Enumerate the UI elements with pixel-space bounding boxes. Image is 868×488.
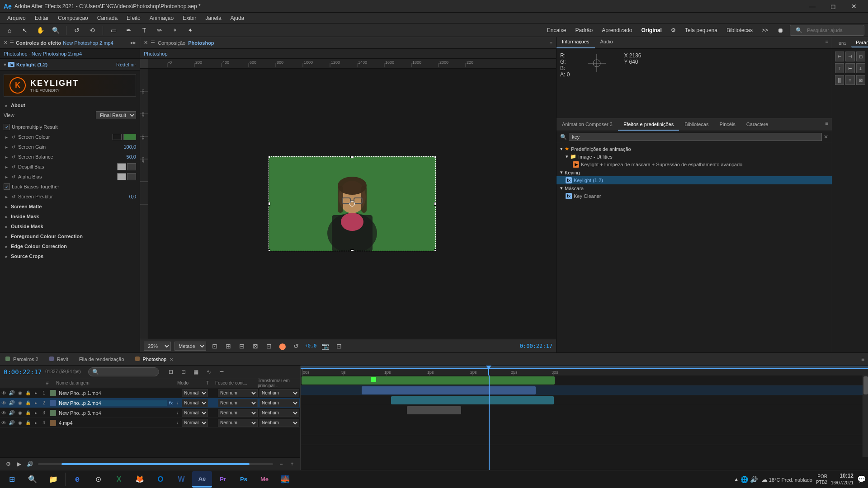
menu-arquivo[interactable]: Arquivo [4, 14, 29, 22]
screen-gain-expand[interactable]: ▸ [4, 144, 9, 150]
select-tool[interactable]: ↖ [19, 24, 31, 36]
despill-btn-1[interactable] [117, 163, 126, 170]
help-search-input[interactable] [807, 28, 861, 33]
workspace-padrao[interactable]: Padrão [572, 26, 595, 34]
info-panel-menu[interactable]: ≡ [822, 37, 832, 48]
keyframe-1[interactable] [371, 377, 376, 382]
premiere-button[interactable]: Pr [213, 471, 233, 488]
workspace-encaixe[interactable]: Encaixe [544, 26, 569, 34]
layer-3-expand[interactable]: ▸ [33, 408, 39, 418]
zoom-select[interactable]: 25% [144, 342, 171, 351]
tab-pinceis[interactable]: Pincéis [714, 118, 741, 131]
chrome-button[interactable]: ⊙ [88, 471, 108, 488]
view-select[interactable]: Final Result [96, 111, 136, 119]
tl-graph-editor-btn[interactable]: ∿ [204, 367, 213, 376]
layer-2-parent-select[interactable]: Nenhum [259, 399, 299, 407]
menu-camada[interactable]: Camada [94, 14, 121, 22]
effects-panel-menu-icon[interactable]: ≡ [821, 118, 832, 131]
shape-tool[interactable]: ▭ [108, 24, 119, 36]
tab-bibliotecas[interactable]: Bibliotecas [679, 118, 714, 131]
align-right-btn[interactable]: ⊡ [856, 52, 865, 61]
panel-close-icon[interactable]: ✕ [4, 40, 8, 46]
tab-photoshop[interactable]: Photoshop ✕ [130, 355, 179, 364]
comp-options-icon[interactable]: ≡ [550, 40, 552, 46]
screen-balance-cycle[interactable]: ↺ [11, 154, 16, 160]
layer-1-audio[interactable]: 🔊 [8, 388, 15, 398]
alpha-btn-2[interactable] [127, 173, 136, 180]
firefox-button[interactable]: 🦊 [130, 471, 150, 488]
track-bar-1[interactable] [302, 376, 555, 385]
despill-btn-2[interactable] [127, 163, 136, 170]
effects-search-input[interactable] [569, 133, 822, 141]
key-cleaner-item[interactable]: fx Key Cleaner [557, 192, 832, 200]
media-encoder-button[interactable]: Me [255, 471, 274, 488]
alpha-btn-1[interactable] [117, 173, 126, 180]
menu-janela[interactable]: Janela [202, 14, 225, 22]
tl-audio-btn[interactable]: 🔊 [25, 460, 34, 469]
layer-1-lock[interactable]: 🔒 [24, 388, 32, 398]
reset-button[interactable]: Redefinir [116, 62, 136, 67]
outlook-button[interactable]: O [151, 471, 170, 488]
tl-preview-btn[interactable]: ▶ [14, 460, 24, 469]
comp-close-icon[interactable]: ✕ [144, 40, 148, 46]
group-keying[interactable]: ▾ Keying [557, 169, 832, 176]
maximize-button[interactable]: ◻ [823, 0, 844, 13]
layer-4-track-select[interactable]: Nenhum [218, 419, 258, 427]
keylight-preset-item[interactable]: ▶ Keylight + Limpeza de máscara + Supres… [557, 160, 832, 169]
handle-tr[interactable] [434, 156, 436, 158]
menu-ajuda[interactable]: Ajuda [227, 14, 248, 22]
workspace-tela-pequena[interactable]: Tela pequena [682, 26, 720, 34]
layer-3-parent-select[interactable]: Nenhum [259, 409, 299, 417]
layer-4-lock[interactable]: 🔒 [24, 418, 32, 428]
layer-1-parent-select[interactable]: Nenhum [259, 389, 299, 397]
systray-vol-icon[interactable]: 🔊 [750, 476, 758, 483]
tab-informacoes[interactable]: Informações [557, 37, 595, 48]
tab-revit[interactable]: Revit [44, 355, 74, 364]
toggle-guides-btn[interactable]: ⊟ [237, 341, 247, 351]
alpha-expand[interactable]: ▸ [4, 174, 9, 179]
screen-preblur-value[interactable]: 0,0 [118, 194, 136, 199]
screen-colour-cycle[interactable]: ↺ [11, 134, 16, 140]
workspace-more[interactable]: >> [759, 26, 771, 34]
handle-mr[interactable] [434, 202, 436, 206]
layer-4-expand[interactable]: ▸ [33, 418, 39, 428]
timeline-panel-menu[interactable]: ≡ [858, 356, 868, 362]
workspace-original[interactable]: Original [639, 26, 665, 34]
panel-expand-icon[interactable]: ▸▸ [131, 40, 136, 46]
layer-3-solo[interactable]: ◉ [16, 408, 24, 418]
color-picker-btn[interactable]: ⬤ [278, 341, 288, 351]
layer-3-mode-select[interactable]: Normal [182, 409, 208, 417]
tab-caractere[interactable]: Caractere [741, 118, 774, 131]
dist-h-btn[interactable]: ||| [835, 75, 844, 85]
home-tool[interactable]: ⌂ [4, 24, 15, 36]
layer-1-mode-select[interactable]: Normal [182, 389, 208, 397]
group-predefinicoes[interactable]: ▾ ★ Predefinições de animação [557, 145, 832, 153]
screen-gain-value[interactable]: 100,0 [118, 144, 136, 150]
photoshop-button[interactable]: Ps [234, 471, 254, 488]
workspace-aprendizado[interactable]: Aprendizado [599, 26, 635, 34]
tab-paragrafo[interactable]: Parágrafo [851, 38, 868, 47]
timeline-playhead[interactable] [489, 375, 490, 470]
comp-menu-icon[interactable]: ☰ [151, 40, 155, 46]
edge-button[interactable]: e [67, 471, 87, 488]
systray-up-icon[interactable]: ▲ [734, 477, 739, 482]
screen-colour-swatch[interactable] [113, 134, 122, 140]
pen-tool[interactable]: ✒ [123, 24, 135, 36]
track-bar-2[interactable] [362, 386, 536, 394]
layer-2-audio[interactable]: 🔊 [8, 398, 15, 408]
inside-mask-expand[interactable]: ▸ [4, 214, 9, 219]
layer-4-audio[interactable]: 🔊 [8, 418, 15, 428]
layer-2-mode-select[interactable]: Normal [182, 399, 208, 407]
source-crops-expand[interactable]: ▸ [4, 253, 9, 259]
fg-colour-expand[interactable]: ▸ [4, 234, 9, 239]
screen-colour-expand[interactable]: ▸ [4, 134, 9, 140]
align-top-btn[interactable]: ⊤ [835, 63, 844, 73]
tab-audio[interactable]: Áudio [595, 37, 618, 48]
undo-tool[interactable]: ⟲ [86, 24, 98, 36]
layer-2-vis[interactable]: 👁 [0, 398, 7, 408]
layer-4-mode-select[interactable]: Normal [182, 419, 208, 427]
zoom-tool[interactable]: 🔍 [50, 24, 61, 36]
panel-menu-icon[interactable]: ☰ [9, 40, 14, 46]
align-left-btn[interactable]: ⊢ [835, 52, 844, 61]
paint-tool[interactable]: ✏ [154, 24, 165, 36]
